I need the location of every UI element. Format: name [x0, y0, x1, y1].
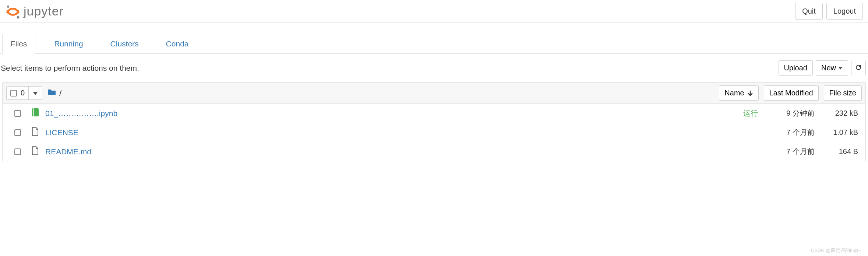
checkbox-icon [10, 90, 17, 97]
list-header-left: 0 / [6, 86, 61, 100]
file-list: 01_…………….ipynb 运行 9 分钟前 232 kB LICENSE 7… [2, 104, 866, 161]
tab-files[interactable]: Files [2, 34, 35, 54]
caret-down-icon [838, 67, 843, 70]
list-header-right: Name Last Modified File size [719, 85, 862, 101]
logo-text: jupyter [24, 4, 64, 18]
file-name-link[interactable]: 01_…………….ipynb [45, 109, 117, 118]
file-modified: 7 个月前 [763, 127, 815, 137]
arrow-down-icon [747, 90, 753, 96]
tab-clusters[interactable]: Clusters [102, 34, 147, 54]
row-checkbox[interactable] [14, 110, 21, 117]
file-row: README.md 7 个月前 164 B [2, 142, 866, 161]
new-button-label: New [821, 64, 836, 72]
toolbar-actions: Upload New [779, 60, 866, 76]
sort-size-button[interactable]: File size [824, 85, 862, 101]
file-status: 运行 [743, 108, 758, 118]
file-icon [31, 127, 40, 138]
file-icon [31, 146, 40, 157]
row-checkbox[interactable] [14, 148, 21, 155]
quit-button[interactable]: Quit [795, 3, 823, 20]
file-row: LICENSE 7 个月前 1.07 kB [2, 123, 866, 142]
toolbar: Select items to perform actions on them.… [0, 54, 868, 82]
sort-name-label: Name [724, 89, 744, 97]
list-header: 0 / Name Last Modified File size [2, 82, 866, 104]
logo[interactable]: jupyter [5, 4, 64, 19]
svg-point-0 [7, 6, 9, 8]
notebook-icon [31, 108, 40, 119]
caret-down-icon [33, 92, 38, 95]
tabs: Files Running Clusters Conda [0, 34, 868, 54]
header: jupyter Quit Logout [0, 0, 868, 23]
file-size: 232 kB [820, 109, 860, 118]
sort-modified-button[interactable]: Last Modified [764, 85, 819, 101]
new-button[interactable]: New [816, 60, 848, 76]
select-all-checkbox[interactable]: 0 [7, 87, 28, 99]
breadcrumb[interactable]: / [59, 88, 61, 98]
svg-rect-3 [33, 108, 34, 116]
file-modified: 9 分钟前 [763, 108, 815, 118]
svg-rect-2 [32, 108, 39, 116]
select-all-group: 0 [6, 86, 42, 100]
folder-icon[interactable] [47, 88, 56, 98]
upload-button[interactable]: Upload [779, 60, 813, 76]
select-dropdown[interactable] [28, 87, 42, 99]
refresh-icon [855, 64, 862, 71]
file-name-link[interactable]: README.md [45, 147, 91, 156]
selected-count: 0 [21, 89, 25, 97]
svg-point-1 [17, 16, 20, 18]
refresh-button[interactable] [851, 61, 866, 75]
sort-name-button[interactable]: Name [719, 85, 758, 101]
toolbar-hint: Select items to perform actions on them. [1, 64, 139, 73]
jupyter-logo-icon [5, 4, 21, 19]
file-row: 01_…………….ipynb 运行 9 分钟前 232 kB [2, 104, 866, 123]
tab-running[interactable]: Running [46, 34, 91, 54]
row-checkbox[interactable] [14, 129, 21, 136]
tab-conda[interactable]: Conda [158, 34, 197, 54]
file-name-link[interactable]: LICENSE [45, 128, 78, 137]
file-modified: 7 个月前 [763, 147, 815, 157]
header-buttons: Quit Logout [795, 3, 863, 20]
file-size: 164 B [820, 147, 860, 156]
logout-button[interactable]: Logout [826, 3, 863, 20]
file-size: 1.07 kB [820, 128, 860, 137]
